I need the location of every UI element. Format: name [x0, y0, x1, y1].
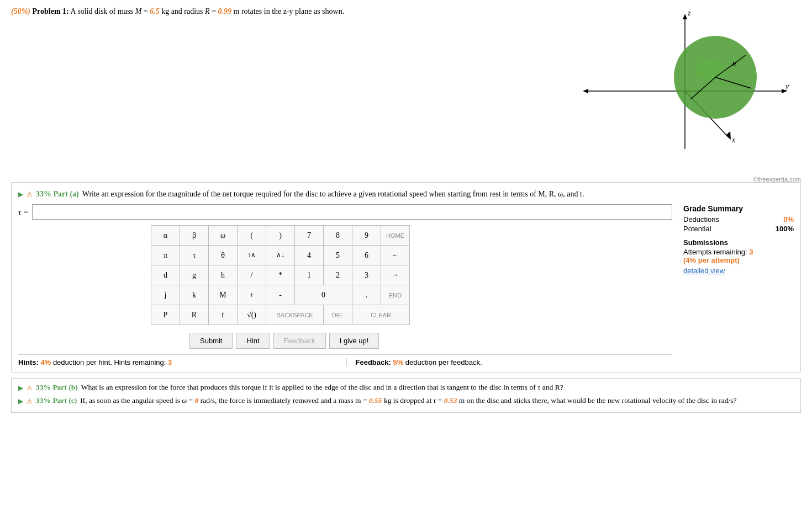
- key-j[interactable]: j: [151, 285, 180, 305]
- key-M[interactable]: M: [209, 285, 238, 305]
- problem-unit1: kg and radius: [161, 7, 203, 15]
- part-b-c-section: ▶ ⚠ 33% Part (b) What is an expression f…: [11, 378, 801, 413]
- grade-summary: Grade Summary Deductions 0% Potential 10…: [683, 204, 794, 275]
- problem-equals1: =: [144, 7, 148, 15]
- problem-M-label: M: [135, 7, 142, 15]
- answer-row: τ =: [18, 204, 672, 220]
- key-dot[interactable]: .: [352, 285, 381, 305]
- part-c-description: If, as soon as the angular speed is ω = …: [80, 395, 736, 406]
- key-2[interactable]: 2: [324, 265, 352, 285]
- key-slash[interactable]: /: [238, 265, 266, 285]
- key-backspace[interactable]: BACKSPACE: [266, 305, 324, 325]
- key-right-arrow[interactable]: →: [381, 265, 410, 285]
- grade-summary-title: Grade Summary: [683, 204, 794, 213]
- part-a-description: Write an expression for the magnitude of…: [82, 188, 584, 200]
- key-end[interactable]: END: [381, 285, 410, 305]
- submissions-title: Submissions: [683, 238, 794, 247]
- hints-feedback-row: Hints: 4% deduction per hint. Hints rema…: [18, 354, 672, 366]
- page-container: (50%) Problem 1: A solid disk of mass M …: [0, 0, 812, 418]
- feedback-text: deduction per feedback.: [405, 358, 482, 366]
- potential-value: 100%: [776, 225, 794, 233]
- hints-deduction-pct: 4%: [40, 358, 51, 366]
- svg-marker-5: [583, 89, 588, 93]
- key-P[interactable]: P: [151, 305, 180, 325]
- key-alpha[interactable]: α: [151, 226, 180, 246]
- potential-label: Potential: [683, 225, 711, 233]
- submit-button[interactable]: Submit: [189, 333, 233, 349]
- hint-button[interactable]: Hint: [236, 333, 270, 349]
- hints-text: deduction per hint. Hints remaining:: [53, 358, 166, 366]
- key-t[interactable]: t: [209, 305, 238, 325]
- key-down-arrow[interactable]: ∧↓: [266, 246, 295, 265]
- problem-desc-start: A solid disk of mass: [70, 7, 133, 15]
- key-plus[interactable]: +: [238, 285, 266, 305]
- attempts-row: Attempts remaining: 3: [683, 248, 794, 256]
- svg-text:y: y: [784, 82, 789, 91]
- key-d[interactable]: d: [151, 265, 180, 285]
- key-1[interactable]: 1: [295, 265, 324, 285]
- key-left-arrow[interactable]: ←: [381, 246, 410, 265]
- svg-marker-1: [683, 14, 687, 19]
- svg-text:x: x: [731, 136, 736, 144]
- key-pi[interactable]: π: [151, 246, 180, 265]
- key-clear[interactable]: CLEAR: [352, 305, 410, 325]
- problem-header: (50%) Problem 1: A solid disk of mass M …: [11, 6, 801, 177]
- key-home[interactable]: HOME: [381, 226, 410, 246]
- part-c-line: ▶ ⚠ 33% Part (c) If, as soon as the angu…: [18, 395, 794, 406]
- keypad: α β ω ( ) 7 8 9 HOME π τ: [151, 225, 410, 325]
- key-g[interactable]: g: [180, 265, 209, 285]
- problem-M-value: 6.5: [150, 7, 160, 15]
- key-open-paren[interactable]: (: [238, 226, 266, 246]
- key-minus[interactable]: -: [266, 285, 295, 305]
- feedback-label: Feedback:: [356, 358, 391, 366]
- warning-icon-a: ⚠: [27, 189, 33, 199]
- key-sqrt[interactable]: √(): [238, 305, 266, 325]
- detailed-view-link[interactable]: detailed view: [683, 267, 725, 275]
- key-0[interactable]: 0: [295, 285, 352, 305]
- key-theta[interactable]: θ: [209, 246, 238, 265]
- hints-remaining: 3: [168, 358, 172, 366]
- feedback-button[interactable]: Feedback: [273, 333, 326, 349]
- key-R[interactable]: R: [180, 305, 209, 325]
- key-4[interactable]: 4: [295, 246, 324, 265]
- diagram-svg: z y x: [569, 6, 801, 171]
- key-omega[interactable]: ω: [209, 226, 238, 246]
- part-b-description: What is an expression for the force that…: [81, 382, 563, 393]
- key-h[interactable]: h: [209, 265, 238, 285]
- feedback-deduction-pct: 5%: [393, 358, 403, 366]
- problem-unit2: m rotates in the z-y plane as shown.: [234, 7, 345, 15]
- svg-point-11: [696, 61, 724, 81]
- key-5[interactable]: 5: [324, 246, 352, 265]
- tau-label: τ =: [18, 208, 29, 217]
- svg-marker-8: [726, 131, 731, 140]
- hints-section: Hints: 4% deduction per hint. Hints rema…: [18, 358, 346, 366]
- per-attempt-text: (4% per attempt): [683, 256, 740, 264]
- key-6[interactable]: 6: [352, 246, 381, 265]
- attempts-label: Attempts remaining:: [683, 248, 747, 256]
- part-c-label: 33% Part (c): [36, 395, 77, 406]
- key-3[interactable]: 3: [352, 265, 381, 285]
- part-b-warning-icon: ⚠: [27, 383, 33, 393]
- key-9[interactable]: 9: [352, 226, 381, 246]
- attempts-value: 3: [749, 248, 753, 256]
- problem-percentage: (50%): [11, 7, 30, 15]
- grade-summary-deductions-row: Deductions 0%: [683, 215, 794, 224]
- key-7[interactable]: 7: [295, 226, 324, 246]
- feedback-section: Feedback: 5% deduction per feedback.: [346, 358, 673, 366]
- part-b-label: 33% Part (b): [36, 382, 78, 393]
- key-tau[interactable]: τ: [180, 246, 209, 265]
- key-up-arrow[interactable]: ↑∧: [238, 246, 266, 265]
- part-c-warning-icon: ⚠: [27, 396, 33, 406]
- key-asterisk[interactable]: *: [266, 265, 295, 285]
- key-del[interactable]: DEL: [324, 305, 352, 325]
- detailed-view-row: detailed view: [683, 267, 794, 275]
- key-8[interactable]: 8: [324, 226, 352, 246]
- key-close-paren[interactable]: ): [266, 226, 295, 246]
- key-beta[interactable]: β: [180, 226, 209, 246]
- give-up-button[interactable]: I give up!: [329, 333, 379, 349]
- answer-input[interactable]: [32, 204, 672, 220]
- buttons-row: Submit Hint Feedback I give up!: [189, 333, 672, 349]
- per-attempt-row: (4% per attempt): [683, 256, 794, 264]
- deductions-label: Deductions: [683, 215, 719, 224]
- key-k[interactable]: k: [180, 285, 209, 305]
